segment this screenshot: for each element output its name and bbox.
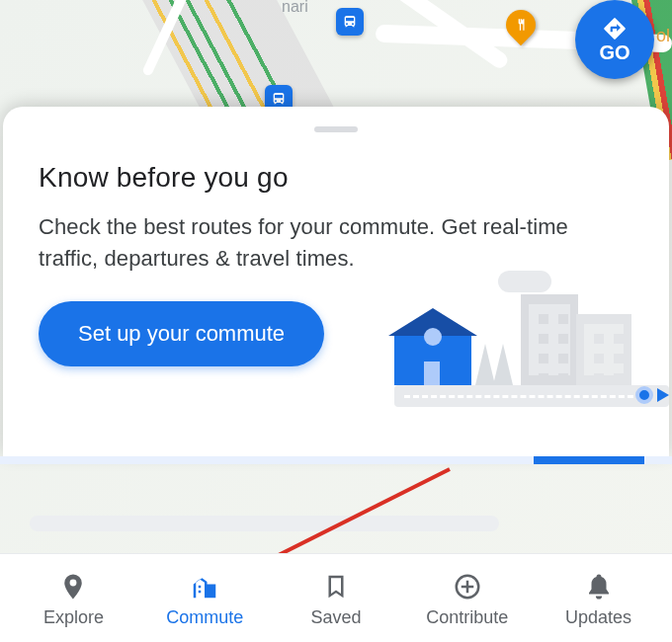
nav-label: Contribute <box>426 607 508 628</box>
go-label: GO <box>599 41 630 64</box>
go-directions-button[interactable]: GO <box>575 0 654 79</box>
pin-icon <box>58 572 88 602</box>
setup-commute-label: Set up your commute <box>78 321 285 347</box>
nav-label: Explore <box>43 607 104 628</box>
commute-illustration <box>394 279 651 407</box>
nav-saved[interactable]: Saved <box>277 572 395 628</box>
nav-label: Saved <box>310 607 361 628</box>
transit-stop-marker[interactable] <box>336 8 364 36</box>
street-label: ol <box>656 26 670 46</box>
nav-label: Commute <box>166 607 243 628</box>
nav-explore[interactable]: Explore <box>14 572 132 628</box>
sheet-drag-handle[interactable] <box>314 126 358 132</box>
scroll-indicator <box>0 456 672 464</box>
bottom-nav: Explore Commute Saved Contribute Updates <box>0 553 672 642</box>
bookmark-icon <box>321 572 351 602</box>
sheet-title: Know before you go <box>39 162 633 194</box>
sheet-subtitle: Check the best routes for your commute. … <box>39 211 633 274</box>
nav-label: Updates <box>565 607 631 628</box>
nav-updates[interactable]: Updates <box>540 572 658 628</box>
commute-sheet: Know before you go Check the best routes… <box>3 107 669 456</box>
loading-placeholder <box>30 516 499 531</box>
setup-commute-button[interactable]: Set up your commute <box>39 301 324 366</box>
nav-commute[interactable]: Commute <box>145 572 264 628</box>
bell-icon <box>584 572 614 602</box>
street-label: nari <box>282 0 308 16</box>
buildings-icon <box>190 572 219 602</box>
plus-circle-icon <box>453 572 482 602</box>
nav-contribute[interactable]: Contribute <box>408 572 527 628</box>
